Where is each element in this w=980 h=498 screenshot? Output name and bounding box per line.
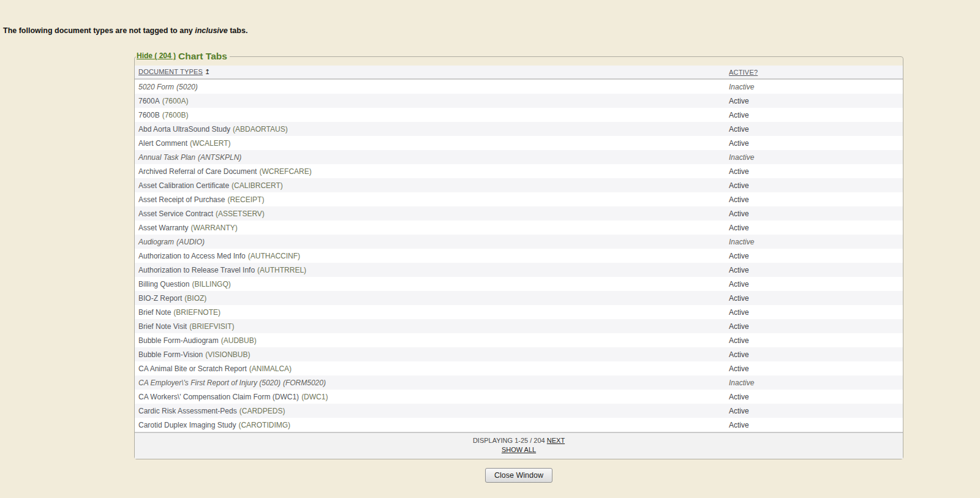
document-code: (AUDIO) xyxy=(176,238,205,246)
table-row: Archived Referral of Care Document(WCREF… xyxy=(135,164,903,178)
table-row: CA Workers\' Compensation Claim Form (DW… xyxy=(135,390,903,404)
document-type-cell: Audiogram(AUDIO) xyxy=(135,235,725,249)
document-code: (ASSETSERV) xyxy=(216,209,265,218)
document-code: (CARDPEDS) xyxy=(239,407,285,415)
status-cell: Inactive xyxy=(725,375,903,390)
document-code: (7600A) xyxy=(162,97,189,105)
document-name: Cardic Risk Assessment-Peds xyxy=(138,407,237,415)
document-type-cell: Asset Receipt of Purchase(RECEIPT) xyxy=(135,192,725,206)
document-type-cell: Abd Aorta UltraSound Study(ABDAORTAUS) xyxy=(135,122,725,136)
status-cell: Active xyxy=(725,192,903,206)
status-cell: Active xyxy=(725,94,903,108)
table-row: CA Animal Bite or Scratch Report(ANIMALC… xyxy=(135,361,903,375)
document-type-cell: CA Workers\' Compensation Claim Form (DW… xyxy=(135,390,725,404)
document-name: Audiogram xyxy=(138,238,174,246)
table-row: Audiogram(AUDIO) Inactive xyxy=(135,235,903,249)
status-value: Active xyxy=(729,421,749,429)
status-cell: Active xyxy=(725,291,903,305)
table-row: Brief Note(BRIEFNOTE) Active xyxy=(135,305,903,319)
hide-link[interactable]: Hide ( 204 ) xyxy=(137,51,176,60)
document-code: (BILLINGQ) xyxy=(192,280,230,289)
document-code: (7600B) xyxy=(162,111,189,119)
document-type-cell: 7600A(7600A) xyxy=(135,94,725,108)
document-type-cell: 7600B(7600B) xyxy=(135,108,725,122)
document-code: (WARRANTY) xyxy=(191,224,238,232)
status-cell: Active xyxy=(725,249,903,263)
table-row: Carotid Duplex Imaging Study(CAROTIDIMG)… xyxy=(135,418,903,432)
document-type-cell: Annual Task Plan(ANTSKPLN) xyxy=(135,150,725,164)
status-cell: Active xyxy=(725,305,903,319)
document-code: (RECEIPT) xyxy=(227,195,264,204)
active-sort-link[interactable]: ACTIVE? xyxy=(729,69,758,76)
status-cell: Active xyxy=(725,136,903,150)
table-row: Bubble Form-Vision(VISIONBUB) Active xyxy=(135,347,903,361)
document-type-cell: Archived Referral of Care Document(WCREF… xyxy=(135,164,725,178)
document-name: Asset Service Contract xyxy=(138,209,213,218)
table-row: Asset Warranty(WARRANTY) Active xyxy=(135,221,903,235)
table-row: Abd Aorta UltraSound Study(ABDAORTAUS) A… xyxy=(135,122,903,136)
document-type-cell: BIO-Z Report(BIOZ) xyxy=(135,291,725,305)
status-value: Active xyxy=(729,407,749,415)
status-value: Active xyxy=(729,195,749,204)
document-type-cell: Asset Service Contract(ASSETSERV) xyxy=(135,206,725,221)
table-row: 7600A(7600A) Active xyxy=(135,94,903,108)
document-name: Annual Task Plan xyxy=(138,153,195,162)
status-cell: Inactive xyxy=(725,235,903,249)
status-value: Active xyxy=(729,336,749,345)
document-name: Bubble Form-Vision xyxy=(138,350,203,359)
table-row: 7600B(7600B) Active xyxy=(135,108,903,122)
document-name: Billing Question xyxy=(138,280,189,289)
document-name: CA Employer\'s First Report of Injury (5… xyxy=(138,379,281,387)
document-code: (WCALERT) xyxy=(190,139,230,148)
document-code: (BRIEFNOTE) xyxy=(173,308,221,317)
document-types-table: DOCUMENT TYPES↥ ACTIVE? 5020 Form(5020) … xyxy=(135,66,903,432)
document-types-sort-link[interactable]: DOCUMENT TYPES xyxy=(138,68,203,75)
status-cell: Active xyxy=(725,263,903,277)
document-type-cell: Carotid Duplex Imaging Study(CAROTIDIMG) xyxy=(135,418,725,432)
document-name: Asset Receipt of Purchase xyxy=(138,195,225,204)
status-cell: Active xyxy=(725,390,903,404)
status-cell: Active xyxy=(725,404,903,418)
status-value: Active xyxy=(729,97,749,105)
document-code: (AUTHACCINF) xyxy=(248,252,300,260)
panel-legend: Hide ( 204 )Chart Tabs xyxy=(136,51,230,62)
table-row: Annual Task Plan(ANTSKPLN) Inactive xyxy=(135,150,903,164)
document-code: (5020) xyxy=(176,83,198,91)
pagination-bar: DISPLAYING 1-25 / 204 NEXT SHOW ALL xyxy=(135,432,903,459)
status-value: Active xyxy=(729,125,749,134)
document-name: Bubble Form-Audiogram xyxy=(138,336,219,345)
document-name: Authorization to Release Travel Info xyxy=(138,266,255,274)
status-cell: Active xyxy=(725,333,903,347)
next-page-link[interactable]: NEXT xyxy=(547,437,565,444)
document-type-cell: CA Employer\'s First Report of Injury (5… xyxy=(135,375,725,390)
document-type-cell: Authorization to Release Travel Info(AUT… xyxy=(135,263,725,277)
table-row: 5020 Form(5020) Inactive xyxy=(135,79,903,94)
intro-emphasis: inclusive xyxy=(195,26,228,35)
status-value: Active xyxy=(729,139,749,148)
table-row: Brief Note Visit(BRIEFVISIT) Active xyxy=(135,319,903,333)
table-header-row: DOCUMENT TYPES↥ ACTIVE? xyxy=(135,66,903,79)
panel-title: Chart Tabs xyxy=(178,51,227,61)
document-code: (VISIONBUB) xyxy=(205,350,250,359)
status-value: Active xyxy=(729,252,749,260)
pagination-status-line: DISPLAYING 1-25 / 204 NEXT xyxy=(135,436,903,445)
status-value: Active xyxy=(729,111,749,119)
close-window-button[interactable]: Close Window xyxy=(485,468,552,483)
document-type-cell: Bubble Form-Audiogram(AUDBUB) xyxy=(135,333,725,347)
status-value: Inactive xyxy=(729,153,754,162)
document-code: (DWC1) xyxy=(301,393,328,401)
document-code: (FORM5020) xyxy=(283,379,326,387)
status-cell: Active xyxy=(725,361,903,375)
document-name: CA Animal Bite or Scratch Report xyxy=(138,364,247,373)
document-type-cell: Cardic Risk Assessment-Peds(CARDPEDS) xyxy=(135,404,725,418)
show-all-link[interactable]: SHOW ALL xyxy=(502,446,536,453)
status-value: Inactive xyxy=(729,83,754,91)
sort-ascending-icon[interactable]: ↥ xyxy=(205,68,210,76)
document-name: 5020 Form xyxy=(138,83,174,91)
status-value: Active xyxy=(729,393,749,401)
status-cell: Active xyxy=(725,164,903,178)
table-row: Asset Calibration Certificate(CALIBRCERT… xyxy=(135,178,903,192)
table-row: BIO-Z Report(BIOZ) Active xyxy=(135,291,903,305)
document-type-cell: 5020 Form(5020) xyxy=(135,79,725,94)
status-value: Active xyxy=(729,224,749,232)
